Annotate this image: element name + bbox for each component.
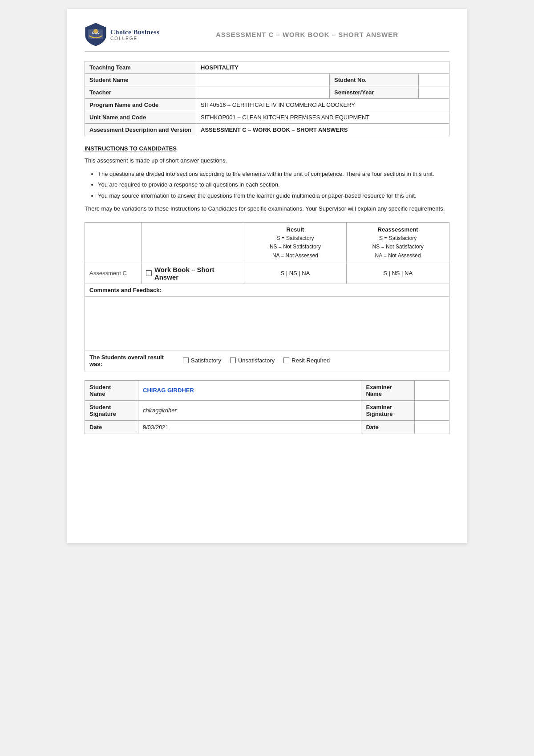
logo-area: CBC Choice Business COLLEGE	[85, 22, 165, 47]
info-table: Teaching Team HOSPITALITY Student Name S…	[85, 61, 449, 136]
workbook-label-cell: Work Book – Short Answer	[141, 263, 244, 284]
workbook-text: Work Book – Short Answer	[154, 266, 239, 281]
unsatisfactory-label: Unsatisfactory	[238, 357, 275, 364]
result-workbook-header	[141, 222, 244, 263]
overall-label: The Students overall result was:	[89, 354, 174, 367]
sig-value-student-sig: chiraggirdher	[138, 400, 361, 420]
instruction-bullet-2: You are required to provide a response t…	[98, 180, 449, 189]
college-name-bottom: COLLEGE	[110, 36, 159, 41]
result-legend-s: S = Satisfactory	[276, 235, 314, 241]
reassessment-options: S | NS | NA	[383, 270, 413, 276]
reassessment-legend-s: S = Satisfactory	[379, 235, 417, 241]
reassessment-legend-na: NA = Not Assessed	[375, 252, 421, 259]
value-teaching-team: HOSPITALITY	[196, 61, 449, 74]
result-empty-header	[85, 222, 142, 263]
value-program: SIT40516 – CERTIFICATE IV IN COMMERCIAL …	[196, 99, 449, 111]
sig-value-examiner-date	[415, 420, 449, 434]
label-student-no: Student No.	[330, 74, 419, 86]
label-teaching-team: Teaching Team	[85, 61, 196, 74]
instruction-bullet-3: You may source information to answer the…	[98, 191, 449, 200]
info-row-teaching: Teaching Team HOSPITALITY	[85, 61, 449, 74]
reassessment-header-title: Reassessment	[378, 226, 418, 233]
assessment-c-label: Assessment C	[85, 263, 142, 284]
label-assessment-desc: Assessment Description and Version	[85, 124, 196, 136]
overall-label-text2: was:	[89, 361, 102, 367]
workbook-label: Work Book – Short Answer	[146, 266, 239, 281]
student-date-value: 9/03/2021	[143, 424, 169, 431]
value-student-no	[419, 74, 449, 86]
instructions-footer: There may be variations to these Instruc…	[85, 204, 449, 213]
student-name-value: CHIRAG GIRDHER	[143, 387, 194, 394]
value-teacher	[196, 86, 330, 99]
info-row-unit: Unit Name and Code SITHKOP001 – CLEAN KI…	[85, 111, 449, 124]
sig-value-examiner-name	[415, 380, 449, 400]
page: CBC Choice Business COLLEGE ASSESSMENT C…	[67, 9, 467, 543]
svg-point-2	[93, 29, 98, 33]
sig-label-examiner-sig: ExaminerSignature	[361, 400, 415, 420]
sig-label-examiner-date: Date	[361, 420, 415, 434]
result-options: S | NS | NA	[280, 270, 310, 276]
label-program: Program Name and Code	[85, 99, 196, 111]
signature-table: StudentName CHIRAG GIRDHER ExaminerName …	[85, 380, 449, 434]
label-teacher: Teacher	[85, 86, 196, 99]
overall-result-section: The Students overall result was: Satisfa…	[85, 350, 449, 371]
student-signature-value: chiraggirdher	[143, 407, 177, 414]
reassessment-options-cell: S | NS | NA	[347, 263, 449, 284]
sig-row-name: StudentName CHIRAG GIRDHER ExaminerName	[85, 380, 449, 400]
option-satisfactory: Satisfactory	[183, 357, 221, 364]
college-name: Choice Business COLLEGE	[110, 28, 159, 41]
unsatisfactory-checkbox[interactable]	[230, 358, 236, 363]
college-name-top: Choice Business	[110, 28, 159, 36]
instructions-intro: This assessment is made up of short answ…	[85, 156, 449, 165]
value-semester	[419, 86, 449, 99]
comments-section: Comments and Feedback:	[85, 284, 449, 350]
workbook-checkbox[interactable]	[146, 270, 152, 276]
info-row-student: Student Name Student No.	[85, 74, 449, 86]
instructions-title: INSTRUCTIONS TO CANDIDATES	[85, 145, 449, 152]
sig-value-student-name: CHIRAG GIRDHER	[138, 380, 361, 400]
resit-checkbox[interactable]	[283, 358, 289, 363]
result-options-cell: S | NS | NA	[244, 263, 347, 284]
comments-header: Comments and Feedback:	[85, 284, 449, 297]
value-student-name	[196, 74, 330, 86]
result-legend-na: NA = Not Assessed	[272, 252, 318, 259]
sig-value-date: 9/03/2021	[138, 420, 361, 434]
result-header-title: Result	[287, 226, 304, 233]
sig-label-student-name: StudentName	[85, 380, 138, 400]
label-student-name: Student Name	[85, 74, 196, 86]
info-row-program: Program Name and Code SIT40516 – CERTIFI…	[85, 99, 449, 111]
sig-row-signature: StudentSignature chiraggirdher ExaminerS…	[85, 400, 449, 420]
instruction-bullet-1: The questions are divided into sections …	[98, 170, 449, 179]
sig-label-date: Date	[85, 420, 138, 434]
overall-options: Satisfactory Unsatisfactory Resit Requir…	[183, 357, 445, 364]
header-title: ASSESSMENT C – WORK BOOK – SHORT ANSWER	[165, 31, 449, 38]
satisfactory-checkbox[interactable]	[183, 358, 189, 363]
value-unit: SITHKOP001 – CLEAN KITCHEN PREMISES AND …	[196, 111, 449, 124]
instructions-section: INSTRUCTIONS TO CANDIDATES This assessme…	[85, 145, 449, 213]
option-resit: Resit Required	[283, 357, 330, 364]
result-header-row: Result S = Satisfactory NS = Not Satisfa…	[85, 222, 449, 263]
result-table: Result S = Satisfactory NS = Not Satisfa…	[85, 222, 449, 284]
comments-body	[85, 297, 449, 350]
header: CBC Choice Business COLLEGE ASSESSMENT C…	[85, 22, 449, 52]
reassessment-legend-ns: NS = Not Satisfactory	[372, 244, 424, 250]
value-assessment-desc: ASSESSMENT C – WORK BOOK – SHORT ANSWERS	[196, 124, 449, 136]
reassessment-header-cell: Reassessment S = Satisfactory NS = Not S…	[347, 222, 449, 263]
result-legend-ns: NS = Not Satisfactory	[270, 244, 321, 250]
satisfactory-label: Satisfactory	[191, 357, 221, 364]
info-row-assessment: Assessment Description and Version ASSES…	[85, 124, 449, 136]
resit-label: Resit Required	[291, 357, 330, 364]
info-row-teacher: Teacher Semester/Year	[85, 86, 449, 99]
option-unsatisfactory: Unsatisfactory	[230, 357, 275, 364]
result-data-row: Assessment C Work Book – Short Answer S …	[85, 263, 449, 284]
sig-value-examiner-sig	[415, 400, 449, 420]
label-unit: Unit Name and Code	[85, 111, 196, 124]
sig-row-date: Date 9/03/2021 Date	[85, 420, 449, 434]
sig-label-student-sig: StudentSignature	[85, 400, 138, 420]
sig-label-examiner-name: ExaminerName	[361, 380, 415, 400]
overall-label-text: The Students overall result	[89, 354, 164, 361]
instructions-list: The questions are divided into sections …	[98, 170, 449, 200]
label-semester: Semester/Year	[330, 86, 419, 99]
shield-icon: CBC	[85, 22, 107, 47]
result-header-cell: Result S = Satisfactory NS = Not Satisfa…	[244, 222, 347, 263]
